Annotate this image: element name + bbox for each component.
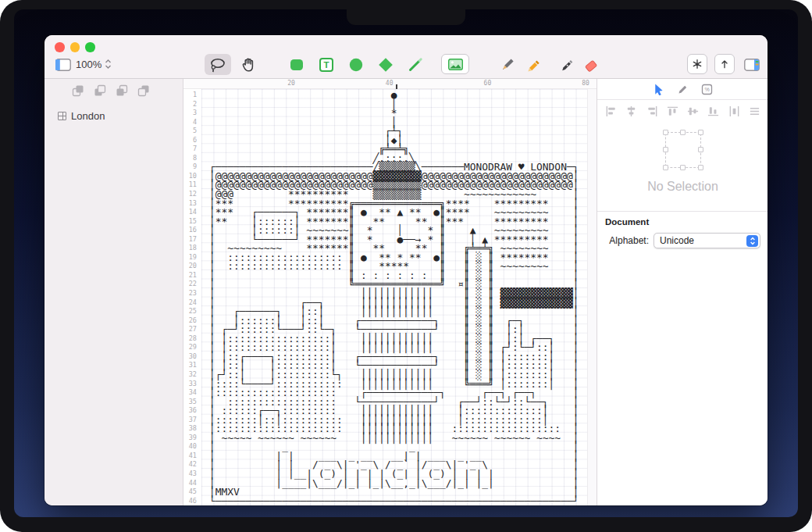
line-number: 28 xyxy=(183,334,201,344)
sidebar-toggle-button[interactable] xyxy=(53,54,73,75)
line-number: 17 xyxy=(183,235,201,245)
popup-stepper[interactable] xyxy=(746,235,758,247)
marker-icon xyxy=(525,57,540,73)
tab-style[interactable] xyxy=(677,84,689,95)
ruler: 20406080 xyxy=(183,79,597,89)
rounded-rect-tool-button[interactable] xyxy=(287,54,307,75)
insert-image-button[interactable] xyxy=(441,54,469,74)
line-number: 31 xyxy=(183,361,201,370)
alphabet-label: Alphabet: xyxy=(605,235,654,246)
percent-box-icon: % xyxy=(701,84,713,95)
marker-tool-button[interactable] xyxy=(522,54,543,75)
line-number: 11 xyxy=(183,180,201,190)
distribute-v-icon[interactable] xyxy=(749,105,760,117)
svg-text:%: % xyxy=(704,87,709,92)
arrange-buttons xyxy=(72,84,150,97)
pencil-tool-button[interactable] xyxy=(497,54,518,75)
pencil-icon xyxy=(500,57,515,73)
align-top-icon[interactable] xyxy=(667,105,678,117)
zoom-window-button[interactable] xyxy=(85,42,95,52)
line-number: 24 xyxy=(183,298,201,308)
close-window-button[interactable] xyxy=(55,42,65,52)
line-number: 22 xyxy=(183,280,201,289)
pen-tool-button[interactable] xyxy=(556,54,576,75)
line-number: 21 xyxy=(183,271,201,280)
eraser-tool-button[interactable] xyxy=(581,54,601,75)
sidebar-item-london[interactable]: London xyxy=(45,107,183,124)
inspector-tabs: % xyxy=(597,79,767,100)
line-number: 12 xyxy=(183,190,201,199)
text-tool-icon: T xyxy=(319,57,334,73)
vertical-scrollbar[interactable] xyxy=(587,89,597,505)
align-toolbar xyxy=(597,101,767,122)
grid-icon xyxy=(58,112,66,120)
ascii-art[interactable]: ● │ * │ ┌┴┐ │◆│ ╔╧═╧╗ xyxy=(209,91,579,505)
diamond-icon xyxy=(378,57,394,73)
inspector-toggle-button[interactable] xyxy=(742,54,762,75)
text-tool-button[interactable]: T xyxy=(316,54,337,75)
tab-format[interactable]: % xyxy=(701,84,713,95)
sidebar-item-label: London xyxy=(71,110,105,122)
align-bottom-icon[interactable] xyxy=(707,105,719,117)
circle-icon xyxy=(348,57,364,73)
line-number: 35 xyxy=(183,398,201,407)
line-tool-button[interactable] xyxy=(405,54,426,75)
document-section-title: Document xyxy=(605,217,760,227)
pencil-small-icon xyxy=(677,84,689,95)
ellipse-tool-button[interactable] xyxy=(346,54,366,75)
line-number: 23 xyxy=(183,289,201,298)
line-number: 5 xyxy=(183,127,201,136)
diamond-tool-button[interactable] xyxy=(376,54,396,75)
align-center-h-icon[interactable] xyxy=(625,105,637,117)
align-middle-v-icon[interactable] xyxy=(687,105,699,117)
minimize-window-button[interactable] xyxy=(70,42,80,52)
line-number: 40 xyxy=(183,442,201,452)
ruler-label: 20 xyxy=(282,80,301,87)
line-number: 6 xyxy=(183,136,201,145)
screen: 100% xyxy=(14,9,798,517)
line-number: 36 xyxy=(183,406,201,416)
align-left-icon[interactable] xyxy=(605,105,617,117)
export-button[interactable] xyxy=(714,54,735,74)
align-right-icon[interactable] xyxy=(646,105,658,117)
bring-to-front-icon[interactable] xyxy=(72,84,84,97)
drawing-canvas[interactable]: ● │ * │ ┌┴┐ │◆│ ╔╧═╧╗ xyxy=(201,89,587,505)
line-number: 33 xyxy=(183,380,201,389)
hand-tool-button[interactable] xyxy=(236,54,261,75)
line-number: 46 xyxy=(183,497,201,505)
inspector-panel: % xyxy=(597,79,767,505)
line-number: 39 xyxy=(183,434,201,443)
line-number: 44 xyxy=(183,479,201,488)
lasso-icon xyxy=(209,57,226,73)
asterisk-icon xyxy=(691,58,703,70)
distribute-h-icon[interactable] xyxy=(728,105,740,117)
alphabet-value: Unicode xyxy=(660,235,694,246)
layers-sidebar: London xyxy=(45,79,183,505)
bring-forward-icon[interactable] xyxy=(94,84,106,97)
line-number: 45 xyxy=(183,487,201,497)
line-number: 15 xyxy=(183,217,201,227)
send-backward-icon[interactable] xyxy=(116,84,128,97)
canvas-region: 20406080 1234567891011121314151617181920… xyxy=(183,79,597,505)
ruler-label: 40 xyxy=(380,80,399,87)
line-number: 38 xyxy=(183,424,201,434)
line-number: 32 xyxy=(183,370,201,380)
lasso-tool-button[interactable] xyxy=(205,54,231,75)
send-to-back-icon[interactable] xyxy=(137,84,150,97)
math-button[interactable] xyxy=(687,54,707,74)
chevron-up-down-icon xyxy=(750,237,756,245)
line-number: 19 xyxy=(183,253,201,262)
chevron-up-down-icon xyxy=(105,59,112,70)
up-arrow-icon xyxy=(718,58,731,70)
titlebar[interactable]: 100% xyxy=(45,35,767,79)
line-number: 7 xyxy=(183,145,201,154)
line-number: 1 xyxy=(183,91,201,100)
tab-selection[interactable] xyxy=(653,83,664,95)
alphabet-popup-button[interactable]: Unicode xyxy=(654,233,760,248)
zoom-control[interactable]: 100% xyxy=(76,56,112,72)
line-number: 4 xyxy=(183,118,201,127)
rounded-rect-icon xyxy=(289,57,304,73)
ruler-label: 60 xyxy=(478,80,497,87)
line-number: 9 xyxy=(183,162,201,172)
line-number: 41 xyxy=(183,452,201,461)
